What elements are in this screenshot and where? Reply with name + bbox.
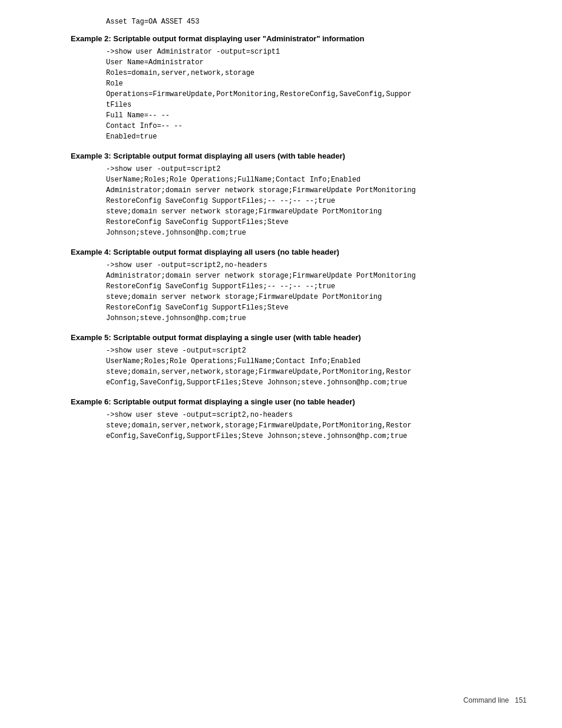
section-title-example5: Example 5: Scriptable output format disp… — [71, 333, 527, 342]
section-example3: Example 3: Scriptable output format disp… — [71, 151, 527, 238]
code-block-example5: ->show user steve -output=script2 UserNa… — [106, 345, 527, 388]
asset-tag-line: Asset Tag=OA ASSET 453 — [106, 18, 527, 26]
code-block-example2: ->show user Administrator -output=script… — [106, 47, 527, 142]
section-example6: Example 6: Scriptable output format disp… — [71, 397, 527, 442]
code-block-example6: ->show user steve -output=script2,no-hea… — [106, 410, 527, 442]
footer-label: Command line — [464, 696, 509, 704]
section-example2: Example 2: Scriptable output format disp… — [71, 34, 527, 142]
section-title-example2: Example 2: Scriptable output format disp… — [71, 34, 527, 43]
section-example5: Example 5: Scriptable output format disp… — [71, 333, 527, 388]
section-title-example6: Example 6: Scriptable output format disp… — [71, 397, 527, 406]
section-example4: Example 4: Scriptable output format disp… — [71, 248, 527, 324]
footer-page: 151 — [515, 696, 527, 704]
section-title-example4: Example 4: Scriptable output format disp… — [71, 248, 527, 256]
section-title-example3: Example 3: Scriptable output format disp… — [71, 151, 527, 160]
page-footer: Command line 151 — [464, 696, 527, 704]
code-block-example3: ->show user -output=script2 UserName;Rol… — [106, 164, 527, 238]
code-block-example4: ->show user -output=script2,no-headers A… — [106, 260, 527, 324]
